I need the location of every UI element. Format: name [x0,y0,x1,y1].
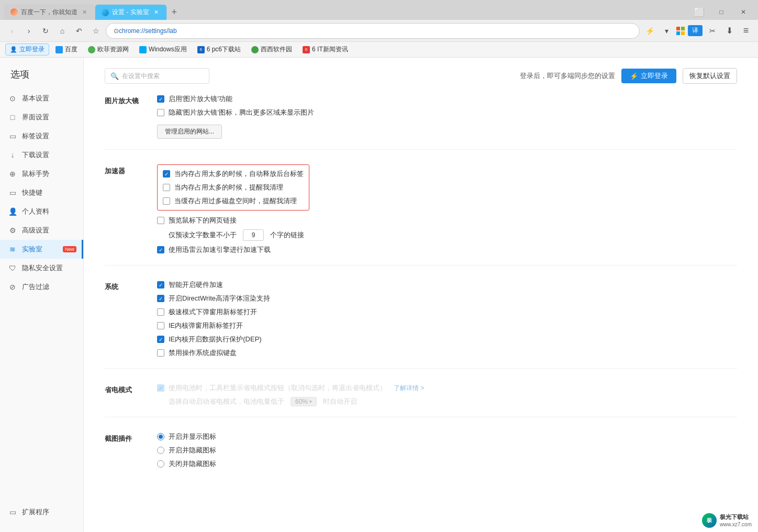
learn-more-link[interactable]: 了解详情 > [394,384,424,393]
refresh-button[interactable]: ↻ [39,24,52,38]
sidebar-item-lab[interactable]: ≋ 实验室 New [0,240,83,259]
radio-hide-icon[interactable] [157,447,164,454]
preload-suffix-text: 个字的链接 [270,230,304,240]
radio-show-icon[interactable] [157,433,164,440]
option-directwrite[interactable]: ✓ 开启DirectWrite高清字体渲染支持 [157,294,737,303]
option-enable-zoom[interactable]: ✓ 启用'图片放大镜'功能 [157,94,737,104]
option-directwrite-text: 开启DirectWrite高清字体渲染支持 [169,294,270,303]
login-label: 立即登录 [19,45,44,54]
watermark-line2: www.xz7.com [720,521,752,528]
cb-hardware-accel[interactable]: ✓ [157,281,164,289]
address-bar: ‹ › ↻ ⌂ ↶ ☆ ⊙ chrome://settings/lab ⚡ ▾ … [0,20,758,42]
bookmark-xixi[interactable]: 西西软件园 [247,44,296,55]
cb-remind-clean[interactable] [163,184,170,191]
cb-xunlei[interactable]: ✓ [157,246,164,253]
tab-close-baidu[interactable]: ✕ [81,8,88,16]
close-button[interactable]: ✕ [733,4,754,20]
bookmark-baidu[interactable]: 百度 [51,44,82,55]
battery-level-select[interactable]: 60% ▾ [291,397,317,406]
sidebar-item-profile[interactable]: 👤 个人资料 [0,202,83,221]
bookmark-oufei[interactable]: 欧菲资源网 [84,44,133,55]
search-bar[interactable]: 🔍 在设置中搜索 [105,68,209,84]
it-favicon: 6 [303,46,310,53]
sidebar-item-download[interactable]: ↓ 下载设置 [0,146,83,164]
manage-sites-btn[interactable]: 管理启用的网站... [157,125,222,139]
option-xunlei[interactable]: ✓ 使用迅雷云加速引擎进行加速下载 [157,245,737,254]
search-placeholder: 在设置中搜索 [122,72,160,81]
login-btn[interactable]: ⚡ 立即登录 [621,69,676,83]
dropdown-icon[interactable]: ▾ [660,24,673,38]
option-close-hide[interactable]: 关闭并隐藏图标 [157,459,737,469]
cb-dep[interactable]: ✓ [157,336,164,343]
tab-close-settings[interactable]: ✕ [152,8,160,16]
cb-directwrite[interactable]: ✓ [157,295,164,302]
option-hide-icon[interactable]: 开启并隐藏图标 [157,446,737,455]
undo-button[interactable]: ↶ [72,24,86,38]
option-battery-toolbar[interactable]: ✓ 使用电池时，工具栏显示省电模式按钮（取消勾选时，将退出省电模式） 了解详情 … [157,383,737,393]
option-hide-zoom-icon[interactable]: 隐藏'图片放大镜'图标，腾出更多区域来显示图片 [157,108,737,117]
option-remind-disk[interactable]: 当缓存占用过多磁盘空间时，提醒我清理 [163,196,304,206]
cb-remind-disk[interactable] [163,197,170,205]
back-button[interactable]: ‹ [5,24,19,38]
sidebar-item-adblock[interactable]: ⊘ 广告过滤 [0,278,83,296]
bookmark-windows[interactable]: Windows应用 [135,44,191,55]
sidebar-item-tabs[interactable]: ▭ 标签设置 [0,127,83,146]
cb-auto-release[interactable]: ✓ [163,170,170,178]
checkmark: ✓ [159,96,163,102]
manage-sites-label: 管理启用的网站... [165,128,214,135]
profile-icon: 👤 [8,207,17,216]
sidebar-label-adblock: 广告过滤 [22,282,49,292]
option-ie-newtab[interactable]: IE内核弹窗用新标签打开 [157,321,737,330]
cb-disable-vkb[interactable] [157,349,164,357]
restore-defaults-btn[interactable]: 恢复默认设置 [683,68,737,84]
minimize-button[interactable]: ⬜ [689,4,710,20]
translate-button[interactable]: 译 [688,25,703,36]
maximize-button[interactable]: □ [711,4,732,20]
option-auto-release[interactable]: ✓ 当内存占用太多的时候，自动释放后台标签 [163,169,304,179]
sidebar-label-privacy: 隐私安全设置 [22,263,63,273]
tab-baidu[interactable]: 百度一下，你就知道 ✕ [4,4,95,20]
sidebar-item-mouse[interactable]: ⊕ 鼠标手势 [0,164,83,183]
cb-enable-zoom[interactable]: ✓ [157,95,164,103]
bookmark-pc6[interactable]: 6 6 pc6下载站 [193,44,245,55]
tab-settings[interactable]: 设置 - 实验室 ✕ [95,4,167,20]
option-remind-clean[interactable]: 当内存占用太多的时候，提醒我清理 [163,183,304,192]
cb-ie-newtab[interactable] [157,322,164,329]
star-button[interactable]: ☆ [89,24,103,38]
watermark-logo-text: 极 [707,517,712,524]
menu-icon[interactable]: ≡ [739,24,753,38]
bookmark-it[interactable]: 6 6 IT新闻资讯 [298,44,352,55]
cut-icon[interactable]: ✂ [706,24,719,38]
download-icon[interactable]: ⬇ [722,24,736,38]
accelerator-label: 加速器 [105,164,157,254]
login-button-bar[interactable]: 👤 立即登录 [5,43,49,56]
forward-button[interactable]: › [22,24,36,38]
cb-extreme-newtab[interactable] [157,308,164,316]
pc6-favicon: 6 [197,46,205,53]
sidebar-item-privacy[interactable]: 🛡 隐私安全设置 [0,259,83,278]
new-tab-button[interactable]: + [167,4,182,20]
option-disable-vkb[interactable]: 禁用操作系统虚拟键盘 [157,348,737,358]
option-dep[interactable]: ✓ IE内核开启数据执行保护(DEP) [157,335,737,344]
checkmark-1: ✓ [164,171,169,177]
radio-close-hide[interactable] [157,460,164,468]
cb-battery-toolbar[interactable]: ✓ [157,384,164,392]
option-extreme-newtab[interactable]: 极速模式下弹窗用新标签打开 [157,307,737,317]
option-preload-link[interactable]: 预览鼠标下的网页链接 [157,216,737,225]
extensions-icon[interactable]: ⚡ [643,24,656,38]
sidebar-item-interface[interactable]: □ 界面设置 [0,108,83,127]
windows-icon[interactable] [676,27,685,35]
option-hardware-accel[interactable]: ✓ 智能开启硬件加速 [157,280,737,290]
sidebar-item-advanced[interactable]: ⚙ 高级设置 [0,221,83,240]
sidebar-item-extensions[interactable]: ▭ 扩展程序 [0,503,84,522]
cb-preload-link[interactable] [157,217,164,224]
auto-power-prefix: 选择自动启动省电模式，电池电量低于 [169,397,284,406]
adblock-icon: ⊘ [8,283,17,291]
home-button[interactable]: ⌂ [55,24,69,38]
sidebar-item-shortcut[interactable]: ▭ 快捷键 [0,183,83,202]
preload-chars-input[interactable] [243,229,264,241]
sidebar-item-basic[interactable]: ⊙ 基本设置 [0,89,83,108]
option-show-icon[interactable]: 开启并显示图标 [157,432,737,441]
cb-hide-zoom-icon[interactable] [157,109,164,116]
address-input[interactable]: ⊙ chrome://settings/lab [106,23,640,39]
